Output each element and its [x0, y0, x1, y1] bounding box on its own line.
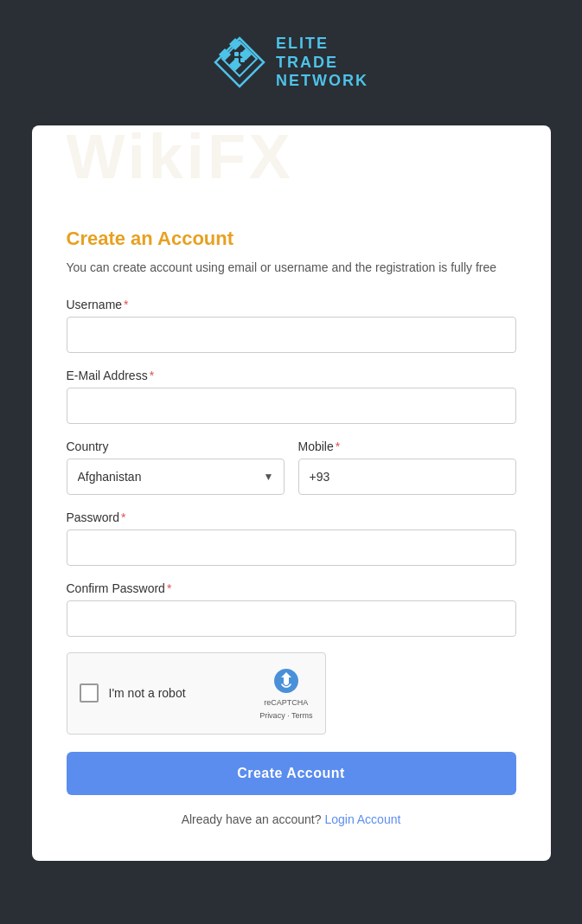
svg-marker-4 — [222, 42, 257, 76]
svg-rect-7 — [234, 58, 239, 62]
country-select[interactable]: Afghanistan United States United Kingdom… — [67, 459, 285, 495]
form-subtitle: You can create account using email or us… — [67, 259, 516, 277]
username-label: Username* — [67, 298, 516, 311]
logo-line1: ELITE — [276, 35, 368, 54]
captcha-left: I'm not a robot — [80, 683, 186, 703]
mobile-label: Mobile* — [298, 440, 516, 453]
watermark: WikiFX — [67, 125, 516, 192]
svg-rect-1 — [219, 48, 231, 61]
mobile-input[interactable] — [298, 459, 516, 495]
header: ELITE TRADE NETWORK — [214, 35, 368, 91]
form-title: Create an Account — [67, 228, 516, 250]
logo-line3: NETWORK — [276, 72, 368, 91]
captcha-links: Privacy · Terms — [259, 711, 312, 720]
svg-rect-0 — [229, 38, 241, 50]
captcha-privacy-link[interactable]: Privacy — [259, 711, 285, 720]
login-prompt: Already have an account? — [182, 812, 322, 826]
logo-text: ELITE TRADE NETWORK — [276, 35, 368, 91]
email-group: E-Mail Address* — [67, 369, 516, 424]
captcha-terms-link[interactable]: Terms — [291, 711, 313, 720]
confirm-password-group: Confirm Password* — [67, 581, 516, 637]
mobile-group: Mobile* — [298, 440, 516, 495]
confirm-password-label: Confirm Password* — [67, 581, 516, 595]
country-label: Country — [67, 440, 285, 453]
captcha-right: reCAPTCHA Privacy · Terms — [259, 667, 312, 720]
confirm-password-required: * — [167, 581, 171, 595]
captcha-checkbox[interactable] — [80, 683, 99, 703]
password-required: * — [121, 510, 125, 524]
login-link-row: Already have an account? Login Account — [67, 812, 516, 826]
email-label: E-Mail Address* — [67, 369, 516, 382]
captcha-branding: reCAPTCHA — [264, 698, 308, 708]
confirm-password-input[interactable] — [67, 600, 516, 637]
registration-card: WikiFX Create an Account You can create … — [32, 125, 551, 861]
username-group: Username* — [67, 298, 516, 353]
email-input[interactable] — [67, 388, 516, 424]
mobile-required: * — [336, 440, 340, 453]
country-group: Country Afghanistan United States United… — [67, 440, 285, 495]
logo-line2: TRADE — [276, 54, 368, 73]
email-required: * — [150, 369, 154, 382]
login-account-link[interactable]: Login Account — [324, 812, 400, 826]
password-label: Password* — [67, 510, 516, 524]
username-input[interactable] — [67, 317, 516, 353]
svg-rect-6 — [240, 52, 245, 56]
password-input[interactable] — [67, 529, 516, 566]
logo-icon — [214, 36, 265, 88]
country-mobile-row: Country Afghanistan United States United… — [67, 440, 516, 510]
captcha-box[interactable]: I'm not a robot reCAPTCHA Privacy · Term… — [67, 652, 326, 735]
create-account-button[interactable]: Create Account — [67, 752, 516, 795]
country-select-wrapper: Afghanistan United States United Kingdom… — [67, 459, 285, 495]
password-group: Password* — [67, 510, 516, 566]
captcha-label: I'm not a robot — [109, 686, 186, 700]
svg-rect-5 — [234, 52, 239, 56]
svg-rect-8 — [240, 58, 245, 62]
username-required: * — [124, 298, 128, 311]
recaptcha-icon — [272, 667, 300, 695]
